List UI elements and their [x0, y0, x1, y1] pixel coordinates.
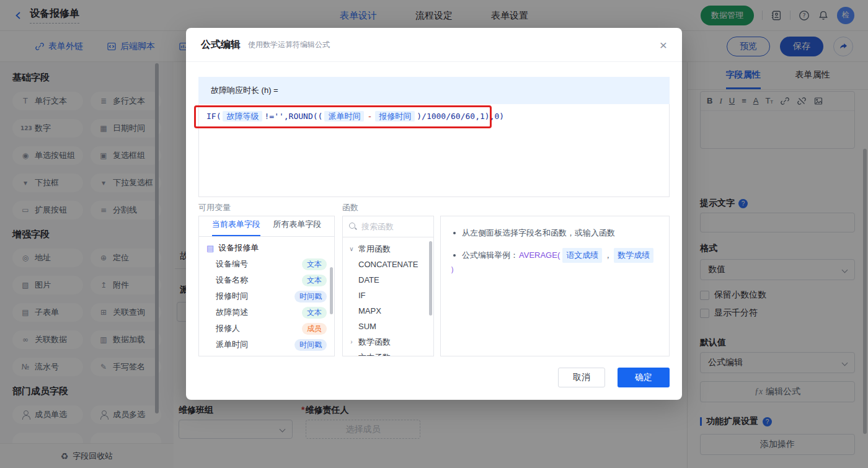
variable-row[interactable]: 设备编号文本 [199, 256, 334, 272]
bullet-icon [453, 232, 456, 234]
confirm-button[interactable]: 确定 [618, 368, 670, 387]
app-window: 设备报修单 表单设计流程设定表单设置 数据管理 ? 检 表单外链后端脚本数据权 … [0, 0, 868, 468]
code-token: !='',ROUND(( [264, 112, 322, 121]
variable-row[interactable]: 报修时间时间戳 [199, 288, 334, 304]
functions-panel: 搜索函数 ∨常用函数CONCATENATEDATEIFMAPXSUM›数学函数›… [342, 216, 434, 356]
variable-type-badge: 时间戳 [294, 291, 327, 302]
variable-name: 派单时间 [216, 339, 248, 350]
variables-tabs: 当前表单字段所有表单字段 [199, 216, 334, 237]
functions-label: 函数 [342, 202, 358, 213]
variable-name: 报修时间 [216, 291, 248, 302]
chevron-right-icon: › [348, 354, 355, 356]
function-group-label: 文本函数 [358, 352, 391, 357]
help-panel: 从左侧面板选择字段名和函数，或输入函数 公式编辑举例：AVERAGE(语文成绩，… [440, 216, 670, 356]
function-item-mapx[interactable]: MAPX [343, 303, 433, 319]
variable-row[interactable] [199, 353, 334, 356]
function-group-label: 数学函数 [358, 337, 391, 348]
bullet-icon [453, 254, 456, 257]
variable-name: 设备名称 [216, 275, 248, 286]
close-icon[interactable]: × [660, 38, 667, 51]
tab-all-form-fields[interactable]: 所有表单字段 [273, 219, 321, 236]
variable-type-badge: 成员 [302, 323, 327, 335]
modal-header: 公式编辑 使用数学运算符编辑公式 × [186, 28, 682, 62]
variables-panel: 当前表单字段所有表单字段 ▤设备报修单设备编号文本设备名称文本报修时间时间戳故障… [198, 216, 335, 356]
variable-type-badge: 文本 [302, 258, 327, 270]
formula-target-label: 故障响应时长 (h) = [198, 77, 670, 104]
form-doc-icon: ▤ [206, 244, 214, 253]
function-item-sum[interactable]: SUM [343, 319, 433, 334]
variable-type-badge [303, 356, 327, 357]
help-tip-2: 公式编辑举例：AVERAGE(语文成绩，数学成绩） [450, 248, 660, 276]
field-token[interactable]: 故障等级 [223, 111, 262, 121]
field-token[interactable]: 报修时间 [375, 111, 415, 121]
formula-expression: IF(故障等级!='',ROUND((派单时间-报修时间)/1000/60/60… [206, 110, 662, 123]
function-group[interactable]: ∨常用函数 [343, 241, 433, 257]
function-item-concatenate[interactable]: CONCATENATE [343, 257, 433, 272]
variables-tree: ▤设备报修单设备编号文本设备名称文本报修时间时间戳故障简述文本报修人成员派单时间… [199, 237, 334, 356]
variable-row[interactable]: 故障简述文本 [199, 304, 334, 320]
chevron-down-icon: ∨ [348, 245, 355, 252]
variables-label: 可用变量 [198, 202, 231, 213]
modal-subtitle: 使用数学运算符编辑公式 [248, 40, 330, 50]
variables-root-node[interactable]: ▤设备报修单 [199, 240, 334, 256]
code-token: )/1000/60/60,1),0) [417, 112, 504, 121]
variable-name: 报修人 [216, 323, 240, 334]
modal-title: 公式编辑 [201, 38, 241, 51]
variable-type-badge: 文本 [302, 307, 327, 319]
variables-root-label: 设备报修单 [218, 242, 259, 254]
function-search-input[interactable]: 搜索函数 [343, 216, 433, 237]
variable-type-badge: 时间戳 [294, 339, 327, 351]
modal-footer: 取消 确定 [558, 368, 670, 387]
function-item-date[interactable]: DATE [343, 272, 433, 288]
search-icon [349, 223, 357, 231]
variables-scrollbar[interactable] [330, 267, 333, 314]
function-group[interactable]: ›文本函数 [343, 350, 433, 356]
functions-tree: ∨常用函数CONCATENATEDATEIFMAPXSUM›数学函数›文本函数 [343, 237, 433, 356]
function-group[interactable]: ›数学函数 [343, 334, 433, 350]
field-token[interactable]: 派单时间 [324, 111, 364, 121]
functions-scrollbar[interactable] [429, 241, 432, 316]
cancel-button[interactable]: 取消 [558, 368, 605, 387]
formula-editor: 故障响应时长 (h) = IF(故障等级!='',ROUND((派单时间-报修时… [198, 77, 670, 197]
code-token: IF( [206, 112, 221, 121]
tab-current-form-fields[interactable]: 当前表单字段 [212, 219, 260, 236]
formula-editor-modal: 公式编辑 使用数学运算符编辑公式 × 故障响应时长 (h) = IF(故障等级!… [186, 28, 682, 400]
formula-input-area[interactable]: IF(故障等级!='',ROUND((派单时间-报修时间)/1000/60/60… [198, 104, 670, 197]
variable-row[interactable]: 设备名称文本 [199, 272, 334, 288]
variable-type-badge: 文本 [302, 275, 327, 286]
variable-row[interactable]: 报修人成员 [199, 320, 334, 337]
operator-token: - [367, 112, 372, 121]
help-tip-1: 从左侧面板选择字段名和函数，或输入函数 [450, 226, 660, 240]
variable-name: 故障简述 [216, 307, 248, 318]
chevron-right-icon: › [348, 338, 355, 345]
variable-row[interactable]: 派单时间时间戳 [199, 337, 334, 353]
search-placeholder: 搜索函数 [361, 221, 394, 232]
function-item-if[interactable]: IF [343, 288, 433, 303]
variable-name: 设备编号 [216, 258, 248, 270]
function-group-label: 常用函数 [358, 244, 391, 255]
